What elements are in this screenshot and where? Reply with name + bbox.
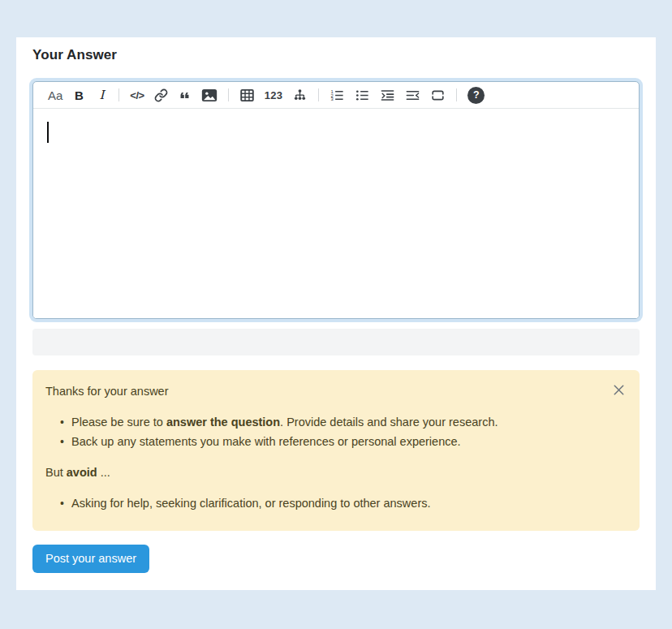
link-button[interactable] xyxy=(152,84,170,106)
svg-text:3: 3 xyxy=(331,97,334,101)
notice-guidelines-list: Please be sure to answer the question. P… xyxy=(45,412,627,451)
post-answer-button[interactable]: Post your answer xyxy=(32,545,149,573)
notice-avoid-line: But avoid ... xyxy=(45,464,627,481)
answer-guidance-notice: Thanks for your answer Please be sure to… xyxy=(32,370,640,531)
close-icon xyxy=(612,383,626,397)
answer-editor: Aa B I </> xyxy=(32,81,640,319)
list-item: Back up any statements you make with ref… xyxy=(60,432,627,451)
numbers-icon: 123 xyxy=(265,89,283,101)
notice-avoid-list: Asking for help, seeking clarification, … xyxy=(45,493,627,513)
editor-status-bar xyxy=(32,329,640,355)
page-title: Your Answer xyxy=(32,46,640,64)
unordered-list-button[interactable] xyxy=(352,84,373,106)
hierarchy-tree-icon xyxy=(292,88,308,103)
table-icon xyxy=(239,88,255,103)
table-button[interactable] xyxy=(237,84,257,106)
toolbar-separator xyxy=(118,88,119,101)
list-item: Please be sure to answer the question. P… xyxy=(60,412,627,432)
answer-card: Your Answer Aa B I </> xyxy=(16,37,656,590)
numbers-button[interactable]: 123 xyxy=(262,84,286,106)
outdent-icon xyxy=(405,88,420,103)
link-icon xyxy=(154,88,168,102)
blockquote-icon xyxy=(178,88,192,102)
code-icon: </> xyxy=(130,89,144,101)
notice-close-button[interactable] xyxy=(610,381,627,398)
toolbar-separator xyxy=(456,88,457,101)
code-button[interactable]: </> xyxy=(127,84,146,106)
help-button[interactable]: ? xyxy=(465,84,487,106)
list-item: Asking for help, seeking clarification, … xyxy=(60,493,627,513)
hierarchy-button[interactable] xyxy=(290,84,310,106)
image-button[interactable] xyxy=(199,84,220,106)
image-icon xyxy=(201,88,218,102)
editor-text-area[interactable] xyxy=(33,109,639,318)
text-style-icon: Aa xyxy=(48,88,62,102)
italic-button[interactable]: I xyxy=(93,84,110,106)
horizontal-rule-button[interactable] xyxy=(428,84,448,106)
bold-button[interactable]: B xyxy=(70,84,88,106)
ordered-list-icon: 1 2 3 xyxy=(330,88,345,103)
blockquote-button[interactable] xyxy=(175,84,194,106)
toolbar-separator xyxy=(318,88,319,101)
unordered-list-icon xyxy=(355,88,370,103)
outdent-button[interactable] xyxy=(403,84,423,106)
bold-icon: B xyxy=(75,88,84,102)
text-cursor xyxy=(47,122,49,143)
italic-icon: I xyxy=(99,88,104,102)
indent-button[interactable] xyxy=(377,84,398,106)
text-style-button[interactable]: Aa xyxy=(45,84,65,106)
horizontal-rule-icon xyxy=(430,88,446,103)
ordered-list-button[interactable]: 1 2 3 xyxy=(327,84,347,106)
help-icon: ? xyxy=(467,87,485,104)
toolbar-separator xyxy=(228,88,229,101)
notice-title: Thanks for your answer xyxy=(45,383,627,400)
indent-icon xyxy=(380,88,395,103)
editor-toolbar: Aa B I </> xyxy=(33,82,639,109)
